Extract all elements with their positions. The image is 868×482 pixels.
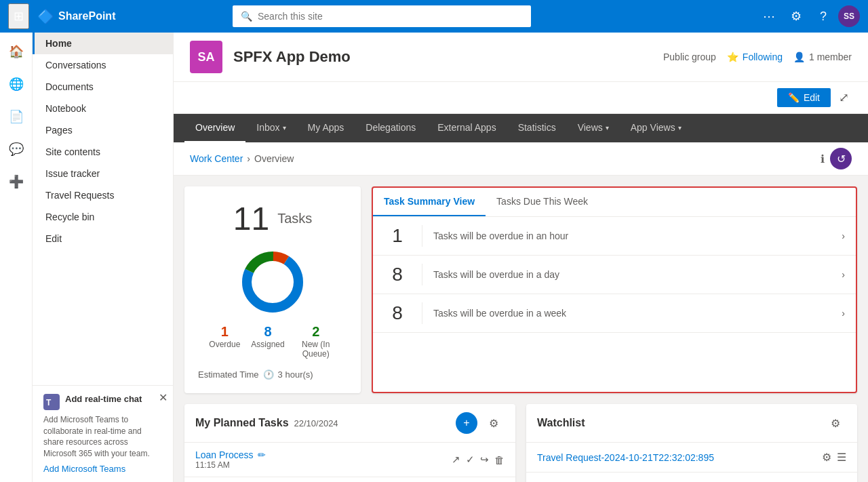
assigned-label: Assigned [251, 340, 284, 349]
sidebar-item-documents[interactable]: Documents [33, 76, 173, 98]
sidebar-item-site-contents[interactable]: Site contents [33, 141, 173, 163]
watchlist-header: Watchlist ⚙ [526, 404, 857, 443]
teams-panel-close-button[interactable]: ✕ [159, 391, 167, 404]
app-body: 🏠 🌐 📄 💬 ➕ Home Conversations Documents [0, 33, 868, 482]
site-title: SPFX App Demo [233, 48, 351, 66]
edit-bar: ✏️ Edit ⤢ [174, 82, 868, 114]
tab-bar: Overview Inbox ▾ My Apps Delegations Ext… [174, 114, 868, 142]
main-content: SA SPFX App Demo Public group ⭐ Followin… [174, 33, 868, 482]
watchlist-0-menu-button[interactable]: ☰ [837, 451, 846, 464]
edit-task-0-icon[interactable]: ✏ [258, 449, 266, 460]
estimated-time-row: Estimated Time 🕐 3 hour(s) [198, 369, 347, 380]
task-row-2[interactable]: 8 Tasks will be overdue in a week › [373, 294, 856, 333]
user-avatar[interactable]: SS [838, 5, 860, 27]
waffle-menu-button[interactable]: ⊞ [8, 3, 29, 29]
following-label: Following [743, 52, 783, 62]
tab-external-apps[interactable]: External Apps [427, 114, 507, 142]
task-chart-panel: 11 Tasks [184, 186, 361, 393]
info-icon-button[interactable]: ℹ [821, 148, 825, 169]
task-row-2-text: Tasks will be overdue in a week [433, 308, 842, 319]
tab-overview[interactable]: Overview [184, 114, 245, 142]
share-icon-button[interactable]: ⋯ [757, 4, 781, 28]
task-summary-view-tab[interactable]: Task Summary View [373, 188, 486, 216]
tab-my-apps[interactable]: My Apps [297, 114, 355, 142]
task-0-reassign-button[interactable]: ↪ [480, 454, 489, 466]
tasks-due-this-week-tab[interactable]: Tasks Due This Week [486, 188, 599, 216]
search-input[interactable] [258, 11, 523, 22]
tab-inbox[interactable]: Inbox ▾ [245, 114, 296, 142]
sidebar-recycle-bin-label: Recycle bin [45, 212, 94, 222]
rail-document-button[interactable]: 📄 [0, 100, 33, 133]
task-item-0-name[interactable]: Loan Process ✏ [195, 449, 443, 460]
task-0-complete-button[interactable]: ✓ [466, 454, 475, 466]
watchlist-actions: ⚙ [825, 412, 846, 434]
teams-panel-title: Add real-time chat [65, 394, 142, 404]
sidebar-site-contents-label: Site contents [45, 146, 100, 157]
watchlist-link-0[interactable]: Travel Request-2024-10-21T22:32:02:895 [537, 452, 814, 463]
tab-app-views[interactable]: App Views ▾ [620, 114, 692, 142]
sidebar-item-issue-tracker[interactable]: Issue tracker [33, 163, 173, 184]
logo-icon: 🔷 [37, 8, 54, 24]
sidebar-item-edit[interactable]: Edit [33, 228, 173, 249]
sharepoint-logo: 🔷 SharePoint [37, 8, 115, 24]
task-row-1-count: 8 [384, 264, 411, 285]
sidebar-item-notebook[interactable]: Notebook [33, 98, 173, 119]
sidebar-item-travel-requests[interactable]: Travel Requests [33, 184, 173, 206]
estimated-label: Estimated Time [198, 369, 259, 380]
watchlist-item-0: Travel Request-2024-10-21T22:32:02:895 ⚙… [526, 443, 857, 473]
breadcrumb-bar: Work Center › Overview ℹ ↺ [174, 142, 868, 176]
logo-text: SharePoint [58, 10, 115, 22]
task-summary-tabs: Task Summary View Tasks Due This Week [373, 188, 856, 217]
task-row-0[interactable]: 1 Tasks will be overdue in an hour › [373, 217, 856, 256]
donut-chart-container [198, 248, 347, 316]
task-row-1-chevron: › [842, 269, 845, 280]
sidebar-item-pages[interactable]: Pages [33, 119, 173, 141]
teams-panel-header: T Add real-time chat [43, 394, 162, 410]
task-row-2-divider [422, 302, 422, 324]
search-box[interactable]: 🔍 [233, 5, 531, 27]
breadcrumb-parent[interactable]: Work Center [190, 153, 243, 164]
rail-home-button[interactable]: 🏠 [0, 35, 33, 68]
watchlist-0-tools-button[interactable]: ⚙ [822, 451, 831, 464]
watchlist-item-1: Sales Quotation-2024-10-21T22:27:29:489 … [526, 473, 857, 482]
tab-delegations[interactable]: Delegations [355, 114, 427, 142]
watchlist-item-0-actions: ⚙ ☰ [822, 451, 846, 464]
add-task-button[interactable]: + [456, 412, 477, 434]
following-button[interactable]: ⭐ Following [727, 52, 783, 62]
task-0-delete-button[interactable]: 🗑 [494, 454, 505, 466]
task-row-1-text: Tasks will be overdue in a day [433, 269, 842, 280]
task-stats-row: 1 Overdue 8 Assigned 2 New (In Queue) [198, 324, 347, 359]
sidebar-edit-label: Edit [45, 233, 62, 244]
rail-globe-button[interactable]: 🌐 [0, 68, 33, 100]
rail-chat-button[interactable]: 💬 [0, 133, 33, 165]
new-count: 2 [296, 324, 336, 340]
rail-add-button[interactable]: ➕ [0, 165, 33, 198]
task-row-0-count: 1 [384, 225, 411, 247]
planned-tasks-settings-button[interactable]: ⚙ [483, 412, 505, 434]
breadcrumb: Work Center › Overview [190, 153, 294, 164]
edit-label: Edit [804, 92, 820, 103]
member-info: 👤 1 member [793, 52, 852, 62]
task-row-1[interactable]: 8 Tasks will be overdue in a day › [373, 256, 856, 294]
sidebar-item-conversations[interactable]: Conversations [33, 54, 173, 76]
tab-statistics[interactable]: Statistics [507, 114, 567, 142]
sidebar-item-home[interactable]: Home [33, 33, 173, 54]
tab-views[interactable]: Views ▾ [567, 114, 620, 142]
watchlist-title: Watchlist [537, 417, 585, 429]
task-0-share-button[interactable]: ↗ [452, 454, 460, 466]
refresh-button[interactable]: ↺ [830, 148, 852, 169]
watchlist-settings-button[interactable]: ⚙ [825, 412, 846, 434]
settings-icon-button[interactable]: ⚙ [784, 4, 808, 28]
expand-button[interactable]: ⤢ [836, 87, 852, 108]
app-views-chevron-icon: ▾ [678, 124, 682, 132]
planned-task-item-0: Loan Process ✏ 11:15 AM ↗ ✓ ↪ 🗑 [184, 443, 515, 477]
sidebar: Home Conversations Documents Notebook Pa… [33, 33, 174, 482]
new-label: New (In Queue) [296, 340, 336, 359]
teams-panel-description: Add Microsoft Teams to collaborate in re… [43, 414, 162, 460]
help-icon-button[interactable]: ? [811, 4, 835, 28]
edit-button[interactable]: ✏️ Edit [777, 88, 831, 107]
add-microsoft-teams-link[interactable]: Add Microsoft Teams [43, 464, 162, 474]
sidebar-item-recycle-bin[interactable]: Recycle bin [33, 206, 173, 228]
assigned-stat: 8 Assigned [251, 324, 284, 359]
task-summary-panel: Task Summary View Tasks Due This Week 1 … [372, 186, 857, 393]
